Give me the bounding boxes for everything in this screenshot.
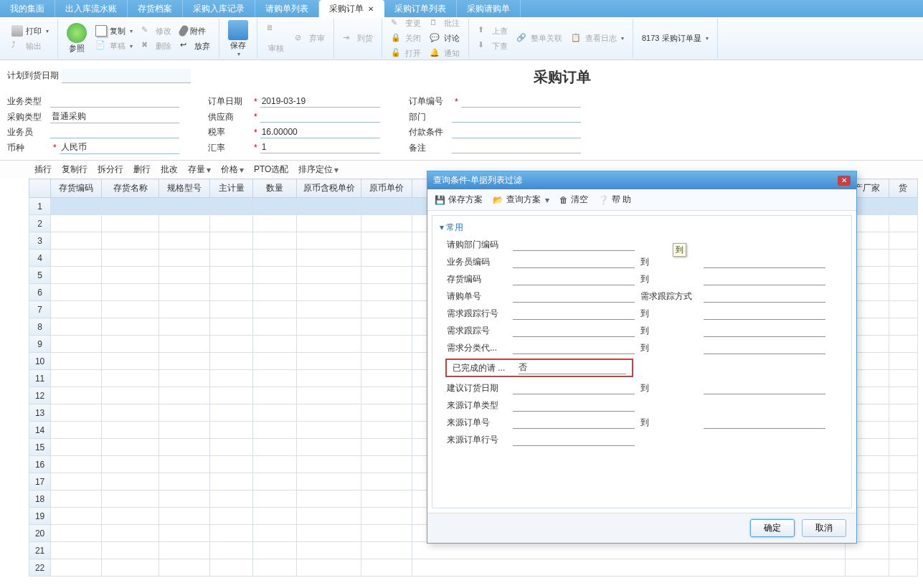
cell[interactable] [209,353,252,370]
row-num[interactable]: 4 [29,250,51,267]
cell[interactable] [209,301,252,318]
row-num[interactable]: 9 [29,336,51,353]
cell[interactable] [101,542,159,559]
row-num[interactable]: 8 [29,318,51,336]
cell[interactable] [159,422,210,439]
tab-5[interactable]: 采购订单✕ [319,0,384,17]
cell[interactable] [159,525,210,542]
cell[interactable] [889,559,917,577]
row-num[interactable]: 1 [29,198,51,215]
cell[interactable] [361,353,412,370]
cell[interactable] [209,508,252,525]
filter-input-to[interactable] [704,341,825,354]
col-7[interactable]: 原币单价 [361,179,412,198]
cell[interactable] [209,250,252,267]
row-num[interactable]: 17 [29,473,51,490]
grid-tb-拆分行[interactable]: 拆分行 [98,163,123,176]
change-button[interactable]: ✎变更 [387,16,425,31]
cell[interactable] [101,301,159,318]
tab-7[interactable]: 采购请购单 [457,0,521,17]
cell[interactable] [253,490,296,508]
cell[interactable] [296,387,361,404]
cell[interactable] [159,404,210,422]
filter-input-to[interactable] [704,381,825,394]
cell[interactable] [889,525,917,542]
cell[interactable] [209,490,252,508]
cell[interactable] [253,422,296,439]
cell[interactable] [51,387,102,404]
cell[interactable] [253,456,296,473]
delete-button[interactable]: ✖删除 [137,39,176,53]
cell[interactable] [209,267,252,284]
cell[interactable] [253,198,296,215]
cell[interactable] [296,422,361,439]
cell[interactable] [889,387,917,404]
ok-button[interactable]: 确定 [750,519,795,537]
cell[interactable] [361,284,412,301]
cell[interactable] [253,370,296,387]
cell[interactable] [846,559,889,577]
cell[interactable] [361,301,412,318]
filter-input-from[interactable] [513,290,635,303]
cell[interactable] [209,215,252,232]
cell[interactable] [253,301,296,318]
row-num[interactable]: 2 [29,215,51,232]
col-0[interactable] [29,179,51,198]
cell[interactable] [361,473,412,490]
cell[interactable] [253,284,296,301]
cell[interactable] [889,267,917,284]
full-link-button[interactable]: 🔗整单关联 [512,32,567,46]
cell[interactable] [361,456,412,473]
cell[interactable] [159,508,210,525]
cell[interactable] [51,490,102,508]
cell[interactable] [361,508,412,525]
cell[interactable] [159,267,210,284]
cell[interactable] [889,284,917,301]
cell[interactable] [889,250,917,267]
cell[interactable] [51,284,102,301]
grid-tb-排序定位[interactable]: 排序定位▾ [298,163,339,176]
cell[interactable] [209,232,252,250]
cell[interactable] [51,215,102,232]
dialog-titlebar[interactable]: 查询条件-单据列表过滤 ✕ [427,171,856,189]
copy-button[interactable]: 复制▾ [91,24,137,38]
cell[interactable] [296,284,361,301]
plan-date-input[interactable] [62,69,191,83]
close-icon[interactable]: ✕ [838,176,851,186]
cell[interactable] [159,284,210,301]
cell[interactable] [361,559,412,577]
save-scheme-button[interactable]: 💾保存方案 [435,194,483,206]
field-purchase_type[interactable]: 采购类型普通采购 [7,110,179,123]
cell[interactable] [159,198,210,215]
submit-button[interactable]: 🗒批注 [425,16,464,31]
cell[interactable] [296,370,361,387]
output-button[interactable]: ⤴输出 [7,39,53,53]
field-remark[interactable]: 备注 [409,141,581,154]
cell[interactable] [159,353,210,370]
cell[interactable] [253,387,296,404]
filter-input-to[interactable] [704,255,825,268]
cell[interactable] [51,456,102,473]
cell[interactable] [159,542,210,559]
cell[interactable] [889,422,917,439]
field-order_date[interactable]: 订单日期*2019-03-19 [208,95,380,108]
cell[interactable] [253,267,296,284]
cell[interactable] [51,250,102,267]
cell[interactable] [209,336,252,353]
cell[interactable] [889,215,917,232]
print-button[interactable]: 打印▾ [7,24,53,38]
cell[interactable] [101,490,159,508]
cell[interactable] [296,215,361,232]
row-num[interactable]: 6 [29,284,51,301]
cell[interactable] [209,284,252,301]
field-supplier[interactable]: 供应商* [208,110,380,123]
cell[interactable] [361,542,412,559]
cell[interactable] [296,456,361,473]
filter-input-from[interactable] [513,324,635,337]
open-doc-button[interactable]: 🔓打开 [387,47,425,61]
cell[interactable] [101,456,159,473]
field-exchange[interactable]: 汇率*1 [208,141,380,154]
cell[interactable] [101,422,159,439]
arrive-button[interactable]: ⇥到货 [339,32,377,46]
cell[interactable] [159,232,210,250]
